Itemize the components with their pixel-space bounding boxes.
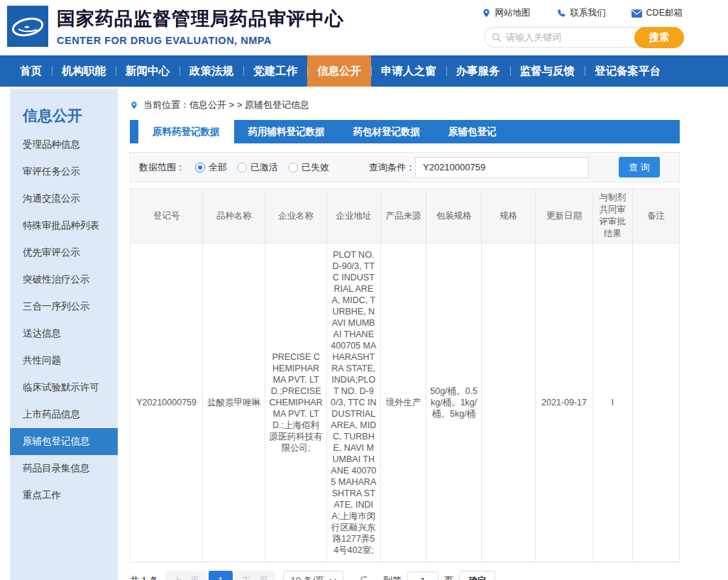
scope-label: 数据范围：	[139, 161, 185, 174]
search-icon	[492, 33, 502, 43]
cde-swoosh-logo-icon	[7, 6, 48, 47]
nav-item-org[interactable]: 机构职能	[52, 55, 116, 87]
tab-packaging-registration[interactable]: 药包材登记数据	[339, 120, 435, 143]
sidebar: 信息公开 受理品种信息 审评任务公示 沟通交流公示 特殊审批品种列表 优先审评公…	[10, 89, 118, 580]
sidebar-item-key-work[interactable]: 重点工作	[10, 482, 118, 509]
nav-item-party[interactable]: 党建工作	[243, 55, 307, 87]
radio-all[interactable]: 全部	[195, 161, 227, 174]
site-search-bar: 搜索	[484, 27, 684, 48]
cell-product-source: 境外生产	[380, 244, 426, 562]
nav-item-services[interactable]: 办事服务	[446, 55, 510, 87]
envelope-icon	[632, 9, 642, 18]
header-quick-links: 网站地图 联系我们 CDE邮箱	[482, 7, 683, 19]
sidebar-item-breakthrough-therapy[interactable]: 突破性治疗公示	[10, 266, 118, 293]
sidebar-item-marketed-drugs[interactable]: 上市药品信息	[10, 401, 118, 428]
cde-mail-link[interactable]: CDE邮箱	[632, 7, 683, 19]
next-page-button[interactable]: 下一页	[235, 571, 276, 580]
query-label: 查询条件：	[369, 161, 415, 174]
main-nav: 首页 机构职能 新闻中心 政策法规 党建工作 信息公开 申请人之窗 办事服务 监…	[0, 55, 728, 87]
goto-page-label: 到第	[383, 574, 402, 580]
phone-icon	[556, 9, 566, 18]
nav-item-news[interactable]: 新闻中心	[116, 55, 180, 87]
query-input[interactable]	[415, 157, 589, 178]
page-unit-label: 页	[444, 574, 453, 580]
site-header: 国家药品监督管理局药品审评中心 CENTER FOR DRUG EVALUATI…	[0, 0, 728, 55]
tab-raw-aux-pack[interactable]: 原辅包登记	[434, 120, 511, 143]
col-update-date: 更新日期	[536, 189, 592, 244]
site-title-en: CENTER FOR DRUG EVALUATION, NMPA	[57, 35, 344, 46]
radio-dot-icon	[288, 163, 298, 173]
table-header-row: 登记号 品种名称 企业名称 企业地址 产品来源 包装规格 规格 更新日期 与制剂…	[131, 189, 680, 244]
nav-item-info-disclosure[interactable]: 信息公开	[307, 55, 371, 87]
radio-activated[interactable]: 已激活	[237, 161, 278, 174]
pagination-bar: 共 1 条 上一页 1 下一页 10 条/页 到第 页 确定	[130, 571, 680, 580]
total-count: 共 1 条	[130, 574, 158, 580]
radio-dot-icon	[237, 163, 247, 173]
col-company-address: 企业地址	[326, 189, 380, 244]
site-search-button[interactable]: 搜索	[634, 27, 684, 48]
nav-item-applicant[interactable]: 申请人之窗	[371, 55, 446, 87]
cell-remarks	[632, 244, 679, 562]
sidebar-item-special-approval[interactable]: 特殊审批品种列表	[10, 212, 118, 239]
registration-table: 登记号 品种名称 企业名称 企业地址 产品来源 包装规格 规格 更新日期 与制剂…	[130, 188, 680, 562]
goto-confirm-button[interactable]: 确定	[459, 571, 495, 580]
page-number-button[interactable]: 1	[209, 571, 233, 580]
tab-excipient-registration[interactable]: 药用辅料登记数据	[234, 120, 339, 143]
sidebar-item-clinical-trial-license[interactable]: 临床试验默示许可	[10, 374, 118, 401]
sidebar-item-review-tasks[interactable]: 审评任务公示	[10, 158, 118, 185]
cell-variety-name: 盐酸萘甲唑啉	[203, 244, 265, 562]
page-size-select[interactable]: 10 条/页	[283, 571, 343, 580]
col-company-name: 企业名称	[265, 189, 326, 244]
col-remarks: 备注	[632, 189, 679, 244]
sidebar-item-common-issues[interactable]: 共性问题	[10, 347, 118, 374]
col-product-source: 产品来源	[380, 189, 426, 244]
site-title-cn: 国家药品监督管理局药品审评中心	[57, 6, 344, 31]
cell-registration-no: Y20210000759	[131, 244, 203, 562]
sidebar-item-communication[interactable]: 沟通交流公示	[10, 185, 118, 212]
cell-spec	[482, 244, 536, 562]
breadcrumb-text: 当前位置：信息公开 > > 原辅包登记信息	[143, 99, 309, 111]
cell-joint-review-result: I	[592, 244, 632, 562]
contact-us-link-label: 联系我们	[570, 7, 606, 19]
sitemap-link[interactable]: 网站地图	[482, 7, 531, 19]
sidebar-item-excipient-registration[interactable]: 原辅包登记信息	[10, 428, 118, 455]
sidebar-title: 信息公开	[10, 89, 118, 131]
page-size-value: 10 条/页	[290, 574, 324, 580]
cde-logo	[7, 6, 48, 47]
cde-mail-link-label: CDE邮箱	[646, 7, 683, 19]
radio-expired[interactable]: 已失效	[288, 161, 329, 174]
table-row: Y20210000759 盐酸萘甲唑啉 PRECISE CHEMIPHARMA …	[131, 244, 680, 562]
col-registration-no: 登记号	[131, 189, 203, 244]
col-joint-review-result: 与制剂共同审评审批结果	[592, 189, 632, 244]
nav-item-registration-platform[interactable]: 登记备案平台	[585, 55, 671, 87]
cell-packaging-spec: 50g/桶。0.5kg/桶。1kg/桶。5kg/桶	[426, 244, 482, 562]
nav-item-policy[interactable]: 政策法规	[180, 55, 243, 87]
data-tabs: 原料药登记数据 药用辅料登记数据 药包材登记数据 原辅包登记	[130, 120, 680, 143]
sidebar-item-delivery-info[interactable]: 送达信息	[10, 320, 118, 347]
radio-dot-icon	[195, 163, 205, 173]
sidebar-item-drug-catalog[interactable]: 药品目录集信息	[10, 455, 118, 482]
nav-item-home[interactable]: 首页	[10, 55, 52, 87]
nav-item-supervision[interactable]: 监督与反馈	[510, 55, 585, 87]
radio-all-label: 全部	[209, 161, 227, 174]
radio-activated-label: 已激活	[250, 161, 278, 174]
query-button[interactable]: 查 询	[619, 157, 660, 177]
contact-us-link[interactable]: 联系我们	[556, 7, 606, 19]
sidebar-item-accepted-varieties[interactable]: 受理品种信息	[10, 131, 118, 158]
tab-api-registration[interactable]: 原料药登记数据	[138, 120, 234, 143]
sidebar-item-three-in-one[interactable]: 三合一序列公示	[10, 293, 118, 320]
prev-page-button[interactable]: 上一页	[165, 571, 206, 580]
location-pin-icon	[482, 8, 491, 18]
breadcrumb: 当前位置：信息公开 > > 原辅包登记信息	[130, 99, 680, 111]
refresh-icon[interactable]	[359, 575, 370, 580]
sidebar-item-priority-review[interactable]: 优先审评公示	[10, 239, 118, 266]
col-packaging-spec: 包装规格	[426, 189, 482, 244]
cell-company-address: PLOT NO. D-90/3, TTC INDUSTRIAL AREA, MI…	[326, 244, 380, 562]
scope-radio-group: 全部 已激活 已失效	[185, 161, 329, 174]
location-pin-icon	[130, 100, 138, 111]
filter-bar: 数据范围： 全部 已激活 已失效 查询条件： 查 询	[130, 152, 680, 182]
goto-page-input[interactable]	[407, 571, 439, 580]
col-variety-name: 品种名称	[203, 189, 265, 244]
sitemap-link-label: 网站地图	[495, 7, 531, 19]
col-spec: 规格	[482, 189, 536, 244]
